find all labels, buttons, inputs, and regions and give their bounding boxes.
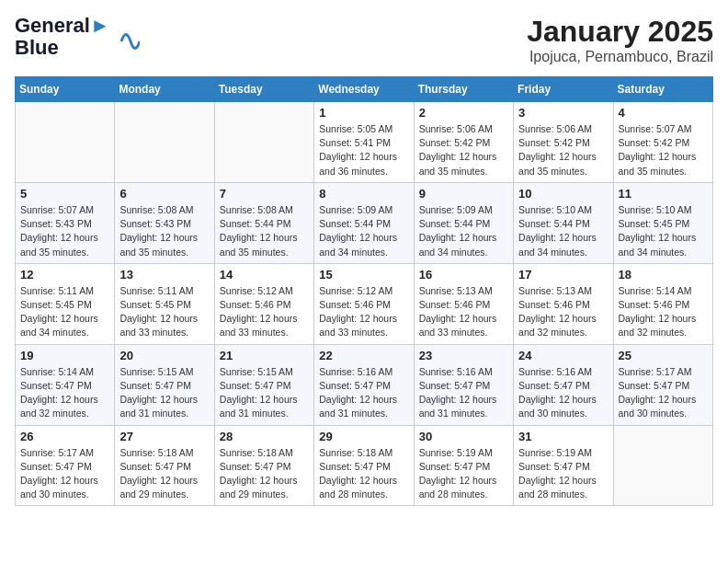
weekday-header-wednesday: Wednesday <box>314 77 414 102</box>
calendar-table: SundayMondayTuesdayWednesdayThursdayFrid… <box>15 76 713 506</box>
calendar-cell: 22Sunrise: 5:16 AMSunset: 5:47 PMDayligh… <box>314 344 414 425</box>
day-info: Sunrise: 5:12 AMSunset: 5:46 PMDaylight:… <box>220 284 309 340</box>
calendar-cell: 9Sunrise: 5:09 AMSunset: 5:44 PMDaylight… <box>414 182 513 263</box>
day-number: 16 <box>419 268 508 282</box>
day-info: Sunrise: 5:15 AMSunset: 5:47 PMDaylight:… <box>220 365 309 421</box>
day-number: 31 <box>518 430 608 443</box>
page-header: General►Blue January 2025 Ipojuca, Perna… <box>15 15 713 65</box>
logo-text: General►Blue <box>15 15 110 59</box>
calendar-week-row: 19Sunrise: 5:14 AMSunset: 5:47 PMDayligh… <box>16 344 713 425</box>
day-number: 7 <box>220 187 309 201</box>
day-info: Sunrise: 5:07 AMSunset: 5:43 PMDaylight:… <box>20 203 109 259</box>
day-info: Sunrise: 5:11 AMSunset: 5:45 PMDaylight:… <box>20 284 109 340</box>
calendar-cell: 18Sunrise: 5:14 AMSunset: 5:46 PMDayligh… <box>613 263 712 344</box>
calendar-title: January 2025 <box>527 15 713 49</box>
day-number: 25 <box>619 349 708 362</box>
calendar-cell: 5Sunrise: 5:07 AMSunset: 5:43 PMDaylight… <box>16 182 115 263</box>
day-info: Sunrise: 5:08 AMSunset: 5:43 PMDaylight:… <box>119 203 209 259</box>
day-number: 6 <box>119 187 209 201</box>
day-info: Sunrise: 5:14 AMSunset: 5:47 PMDaylight:… <box>20 365 109 421</box>
calendar-cell: 14Sunrise: 5:12 AMSunset: 5:46 PMDayligh… <box>214 263 313 344</box>
day-number: 20 <box>119 349 209 362</box>
weekday-header-tuesday: Tuesday <box>214 77 313 102</box>
day-info: Sunrise: 5:06 AMSunset: 5:42 PMDaylight:… <box>419 122 508 178</box>
calendar-cell: 15Sunrise: 5:12 AMSunset: 5:46 PMDayligh… <box>314 263 414 344</box>
calendar-cell: 26Sunrise: 5:17 AMSunset: 5:47 PMDayligh… <box>16 425 115 506</box>
day-info: Sunrise: 5:19 AMSunset: 5:47 PMDaylight:… <box>419 446 508 502</box>
calendar-subtitle: Ipojuca, Pernambuco, Brazil <box>527 49 713 65</box>
day-info: Sunrise: 5:16 AMSunset: 5:47 PMDaylight:… <box>319 365 408 421</box>
calendar-cell: 7Sunrise: 5:08 AMSunset: 5:44 PMDaylight… <box>214 182 313 263</box>
day-info: Sunrise: 5:09 AMSunset: 5:44 PMDaylight:… <box>319 203 408 259</box>
day-number: 4 <box>619 106 708 120</box>
calendar-cell: 17Sunrise: 5:13 AMSunset: 5:46 PMDayligh… <box>514 263 613 344</box>
calendar-cell: 20Sunrise: 5:15 AMSunset: 5:47 PMDayligh… <box>115 344 214 425</box>
day-number: 11 <box>619 187 708 201</box>
calendar-cell: 21Sunrise: 5:15 AMSunset: 5:47 PMDayligh… <box>214 344 313 425</box>
day-number: 17 <box>518 268 608 282</box>
day-info: Sunrise: 5:09 AMSunset: 5:44 PMDaylight:… <box>419 203 508 259</box>
day-number: 14 <box>220 268 309 282</box>
calendar-cell: 27Sunrise: 5:18 AMSunset: 5:47 PMDayligh… <box>115 425 214 506</box>
day-info: Sunrise: 5:17 AMSunset: 5:47 PMDaylight:… <box>20 446 109 502</box>
calendar-cell: 24Sunrise: 5:16 AMSunset: 5:47 PMDayligh… <box>514 344 613 425</box>
calendar-cell: 28Sunrise: 5:18 AMSunset: 5:47 PMDayligh… <box>214 425 313 506</box>
logo: General►Blue <box>15 15 140 59</box>
day-info: Sunrise: 5:16 AMSunset: 5:47 PMDaylight:… <box>518 365 608 421</box>
calendar-cell: 12Sunrise: 5:11 AMSunset: 5:45 PMDayligh… <box>16 263 115 344</box>
calendar-cell: 8Sunrise: 5:09 AMSunset: 5:44 PMDaylight… <box>314 182 414 263</box>
day-number: 19 <box>20 349 109 362</box>
day-info: Sunrise: 5:17 AMSunset: 5:47 PMDaylight:… <box>619 365 708 421</box>
day-info: Sunrise: 5:18 AMSunset: 5:47 PMDaylight:… <box>220 446 309 502</box>
calendar-cell: 3Sunrise: 5:06 AMSunset: 5:42 PMDaylight… <box>514 102 613 183</box>
day-number: 12 <box>20 268 109 282</box>
day-number: 8 <box>319 187 408 201</box>
title-block: January 2025 Ipojuca, Pernambuco, Brazil <box>527 15 713 65</box>
calendar-cell <box>214 102 313 183</box>
day-number: 9 <box>419 187 508 201</box>
calendar-cell: 16Sunrise: 5:13 AMSunset: 5:46 PMDayligh… <box>414 263 513 344</box>
day-info: Sunrise: 5:07 AMSunset: 5:42 PMDaylight:… <box>619 122 708 178</box>
calendar-cell: 19Sunrise: 5:14 AMSunset: 5:47 PMDayligh… <box>16 344 115 425</box>
day-info: Sunrise: 5:16 AMSunset: 5:47 PMDaylight:… <box>419 365 508 421</box>
calendar-cell: 23Sunrise: 5:16 AMSunset: 5:47 PMDayligh… <box>414 344 513 425</box>
calendar-cell: 31Sunrise: 5:19 AMSunset: 5:47 PMDayligh… <box>514 425 613 506</box>
day-number: 22 <box>319 349 408 362</box>
day-number: 3 <box>518 106 608 120</box>
day-number: 30 <box>419 430 508 443</box>
day-info: Sunrise: 5:14 AMSunset: 5:46 PMDaylight:… <box>619 284 708 340</box>
calendar-cell: 10Sunrise: 5:10 AMSunset: 5:44 PMDayligh… <box>514 182 613 263</box>
day-info: Sunrise: 5:15 AMSunset: 5:47 PMDaylight:… <box>119 365 209 421</box>
calendar-cell: 1Sunrise: 5:05 AMSunset: 5:41 PMDaylight… <box>314 102 414 183</box>
day-info: Sunrise: 5:18 AMSunset: 5:47 PMDaylight:… <box>319 446 408 502</box>
calendar-week-row: 1Sunrise: 5:05 AMSunset: 5:41 PMDaylight… <box>16 102 713 183</box>
day-number: 23 <box>419 349 508 362</box>
day-number: 28 <box>220 430 309 443</box>
day-number: 24 <box>518 349 608 362</box>
day-info: Sunrise: 5:06 AMSunset: 5:42 PMDaylight:… <box>518 122 608 178</box>
day-number: 10 <box>518 187 608 201</box>
day-number: 15 <box>319 268 408 282</box>
calendar-cell: 2Sunrise: 5:06 AMSunset: 5:42 PMDaylight… <box>414 102 513 183</box>
day-number: 1 <box>319 106 408 120</box>
day-info: Sunrise: 5:19 AMSunset: 5:47 PMDaylight:… <box>518 446 608 502</box>
calendar-cell: 29Sunrise: 5:18 AMSunset: 5:47 PMDayligh… <box>314 425 414 506</box>
day-info: Sunrise: 5:13 AMSunset: 5:46 PMDaylight:… <box>518 284 608 340</box>
day-number: 5 <box>20 187 109 201</box>
day-info: Sunrise: 5:05 AMSunset: 5:41 PMDaylight:… <box>319 122 408 178</box>
calendar-cell: 11Sunrise: 5:10 AMSunset: 5:45 PMDayligh… <box>613 182 712 263</box>
calendar-cell: 25Sunrise: 5:17 AMSunset: 5:47 PMDayligh… <box>613 344 712 425</box>
day-info: Sunrise: 5:12 AMSunset: 5:46 PMDaylight:… <box>319 284 408 340</box>
calendar-cell: 30Sunrise: 5:19 AMSunset: 5:47 PMDayligh… <box>414 425 513 506</box>
day-number: 13 <box>119 268 209 282</box>
day-number: 26 <box>20 430 109 443</box>
day-info: Sunrise: 5:10 AMSunset: 5:44 PMDaylight:… <box>518 203 608 259</box>
day-number: 2 <box>419 106 508 120</box>
calendar-cell: 13Sunrise: 5:11 AMSunset: 5:45 PMDayligh… <box>115 263 214 344</box>
weekday-header-sunday: Sunday <box>16 77 115 102</box>
calendar-week-row: 5Sunrise: 5:07 AMSunset: 5:43 PMDaylight… <box>16 182 713 263</box>
weekday-header-friday: Friday <box>514 77 613 102</box>
calendar-cell <box>613 425 712 506</box>
calendar-cell <box>16 102 115 183</box>
day-info: Sunrise: 5:18 AMSunset: 5:47 PMDaylight:… <box>119 446 209 502</box>
